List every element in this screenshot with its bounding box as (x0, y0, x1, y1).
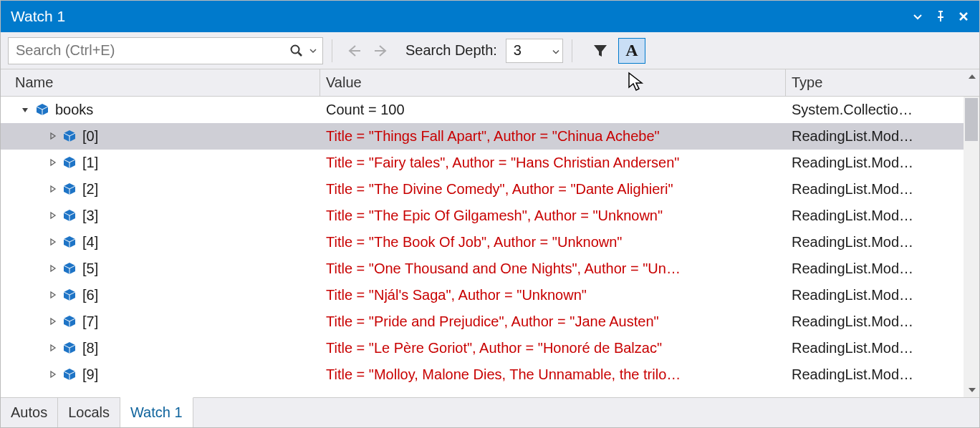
table-row[interactable]: [7] Title = "Pride and Prejudice", Autho… (1, 308, 979, 335)
expander-open-icon[interactable] (19, 104, 31, 115)
object-icon (35, 102, 49, 117)
expander-closed-icon[interactable] (47, 157, 58, 168)
scroll-up-icon[interactable] (966, 71, 978, 82)
tab-watch-1[interactable]: Watch 1 (120, 397, 193, 427)
search-depth-label: Search Depth: (405, 42, 497, 59)
table-row[interactable]: [5] Title = "One Thousand and One Nights… (1, 256, 979, 282)
object-icon (62, 288, 77, 302)
table-row[interactable]: [4] Title = "The Book Of Job", Author = … (1, 229, 979, 256)
object-icon (62, 367, 77, 381)
toolbar-separator (332, 39, 332, 62)
grid-header: Name Value Type (1, 69, 979, 97)
toolbar: Search Depth: 3 A (1, 32, 979, 69)
object-icon (62, 341, 77, 355)
row-type: ReadingList.Mod… (786, 229, 979, 255)
row-value: Count = 100 (320, 97, 786, 122)
row-name: [6] (82, 287, 98, 303)
row-value: Title = "Molloy, Malone Dies, The Unnama… (326, 366, 681, 383)
watch-grid: Name Value Type books Count = 100 System… (1, 69, 979, 397)
row-name: [8] (82, 340, 98, 356)
toolbar-separator (572, 39, 572, 62)
row-type: ReadingList.Mod… (786, 335, 979, 361)
expander-closed-icon[interactable] (47, 130, 58, 142)
object-icon (62, 261, 77, 276)
expander-closed-icon[interactable] (47, 210, 58, 221)
table-row-root[interactable]: books Count = 100 System.Collectio… (1, 97, 979, 123)
expander-closed-icon[interactable] (47, 183, 58, 195)
nav-back-icon[interactable] (341, 39, 365, 63)
row-value: Title = "The Epic Of Gilgamesh", Author … (326, 208, 663, 224)
row-value: Title = "Fairy tales", Author = "Hans Ch… (326, 155, 679, 171)
row-value: Title = "Pride and Prejudice", Author = … (326, 313, 659, 330)
scrollbar-thumb[interactable] (965, 98, 978, 141)
format-text-button[interactable]: A (618, 38, 645, 64)
row-type: ReadingList.Mod… (786, 361, 979, 387)
chevron-down-icon[interactable] (552, 42, 559, 59)
expander-closed-icon[interactable] (47, 316, 58, 327)
table-row[interactable]: [1] Title = "Fairy tales", Author = "Han… (1, 150, 979, 176)
row-name: [1] (82, 155, 98, 171)
row-value: Title = "One Thousand and One Nights", A… (326, 261, 681, 277)
filter-icon[interactable] (588, 39, 612, 63)
object-icon (62, 182, 77, 196)
row-name: books (55, 102, 93, 118)
grid-rows: books Count = 100 System.Collectio… [0] … (1, 97, 979, 397)
bottom-tabs: AutosLocalsWatch 1 (1, 397, 979, 427)
table-row[interactable]: [0] Title = "Things Fall Apart", Author … (1, 123, 979, 150)
row-value: Title = "Things Fall Apart", Author = "C… (326, 128, 660, 145)
scroll-down-icon[interactable] (966, 384, 978, 396)
row-type: ReadingList.Mod… (786, 308, 979, 334)
nav-forward-icon[interactable] (370, 39, 394, 63)
row-value: Title = "Njál's Saga", Author = "Unknown… (326, 287, 587, 303)
tab-locals[interactable]: Locals (58, 398, 120, 427)
column-header-name[interactable]: Name (1, 69, 320, 96)
pin-icon[interactable] (931, 6, 951, 26)
row-type: ReadingList.Mod… (786, 256, 979, 281)
table-row[interactable]: [6] Title = "Njál's Saga", Author = "Unk… (1, 282, 979, 308)
row-type: ReadingList.Mod… (786, 203, 979, 228)
table-row[interactable]: [9] Title = "Molloy, Malone Dies, The Un… (1, 361, 979, 388)
object-icon (62, 235, 77, 249)
row-type: ReadingList.Mod… (786, 176, 979, 202)
scrollbar[interactable] (964, 97, 979, 397)
row-name: [9] (82, 366, 98, 383)
object-icon (62, 208, 77, 223)
row-value: Title = "Le Père Goriot", Author = "Hono… (326, 340, 662, 356)
search-box[interactable] (8, 37, 323, 64)
row-type: System.Collectio… (786, 97, 979, 122)
row-name: [4] (82, 234, 98, 251)
search-depth-input[interactable]: 3 (506, 39, 563, 63)
svg-point-0 (292, 45, 299, 53)
row-name: [3] (82, 208, 98, 224)
table-row[interactable]: [8] Title = "Le Père Goriot", Author = "… (1, 335, 979, 361)
table-row[interactable]: [3] Title = "The Epic Of Gilgamesh", Aut… (1, 203, 979, 229)
table-row[interactable]: [2] Title = "The Divine Comedy", Author … (1, 176, 979, 203)
column-header-type[interactable]: Type (786, 69, 979, 96)
expander-closed-icon[interactable] (47, 263, 58, 274)
titlebar: Watch 1 (1, 1, 979, 32)
row-type: ReadingList.Mod… (786, 150, 979, 175)
column-header-value[interactable]: Value (320, 69, 786, 96)
row-value: Title = "The Divine Comedy", Author = "D… (326, 181, 673, 198)
row-name: [2] (82, 181, 98, 198)
row-name: [7] (82, 313, 98, 330)
row-type: ReadingList.Mod… (786, 282, 979, 308)
object-icon (62, 155, 77, 170)
expander-closed-icon[interactable] (47, 369, 58, 380)
object-icon (62, 129, 77, 143)
window-title: Watch 1 (11, 8, 905, 25)
expander-closed-icon[interactable] (47, 236, 58, 248)
window-menu-icon[interactable] (908, 6, 928, 26)
row-value: Title = "The Book Of Job", Author = "Unk… (326, 234, 622, 251)
close-icon[interactable] (953, 6, 974, 26)
row-name: [5] (82, 261, 98, 277)
object-icon (62, 314, 77, 329)
search-dropdown-icon[interactable] (308, 47, 318, 54)
row-name: [0] (82, 128, 98, 145)
search-input[interactable] (16, 42, 287, 59)
tab-autos[interactable]: Autos (1, 398, 58, 427)
row-type: ReadingList.Mod… (786, 123, 979, 149)
expander-closed-icon[interactable] (47, 342, 58, 354)
search-icon[interactable] (287, 41, 307, 61)
expander-closed-icon[interactable] (47, 289, 58, 301)
